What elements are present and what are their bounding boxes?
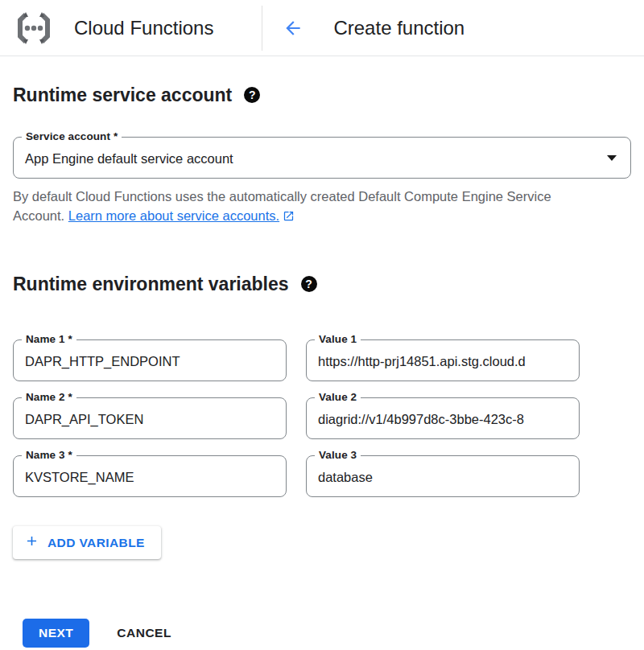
help-icon[interactable]: ? — [301, 276, 317, 292]
env-var-2-value-label: Value 2 — [315, 391, 361, 403]
env-var-2-name-field[interactable]: Name 2 * — [13, 397, 287, 439]
env-var-2-value-input[interactable] — [307, 398, 579, 438]
env-var-3-name-field[interactable]: Name 3 * — [13, 455, 287, 497]
env-var-1-value-field[interactable]: Value 1 — [306, 339, 580, 381]
add-variable-label: ADD VARIABLE — [47, 536, 145, 550]
add-variable-button[interactable]: ADD VARIABLE — [13, 526, 161, 559]
env-var-2-name-label: Name 2 * — [22, 391, 76, 403]
env-vars-grid: Name 1 * Value 1 Name 2 * Value 2 Name 3… — [13, 339, 631, 497]
page-title: Create function — [333, 17, 464, 39]
external-link-icon — [283, 208, 295, 227]
app-header: Cloud Functions Create function — [0, 0, 644, 56]
env-var-1-value-input[interactable] — [307, 340, 579, 381]
service-account-value: App Engine default service account — [25, 150, 233, 167]
runtime-service-account-heading-text: Runtime service account — [13, 84, 232, 106]
env-var-2-value-field[interactable]: Value 2 — [306, 397, 580, 439]
env-var-1-name-field[interactable]: Name 1 * — [13, 339, 287, 381]
runtime-env-vars-heading: Runtime environment variables ? — [13, 273, 631, 295]
help-icon[interactable]: ? — [244, 87, 260, 103]
learn-more-link[interactable]: Learn more about service accounts. — [68, 208, 279, 223]
service-account-label: Service account * — [22, 130, 122, 142]
service-account-helper-text: By default Cloud Functions uses the auto… — [13, 187, 568, 227]
service-account-select[interactable]: Service account * App Engine default ser… — [13, 137, 631, 179]
runtime-service-account-heading: Runtime service account ? — [13, 84, 631, 106]
cancel-button[interactable]: CANCEL — [114, 619, 175, 648]
runtime-env-vars-heading-text: Runtime environment variables — [13, 273, 289, 295]
header-divider — [262, 6, 262, 51]
env-var-3-value-label: Value 3 — [315, 449, 361, 461]
env-var-3-value-field[interactable]: Value 3 — [306, 455, 580, 497]
env-var-1-value-label: Value 1 — [315, 333, 361, 345]
next-button[interactable]: NEXT — [23, 619, 89, 648]
product-name: Cloud Functions — [74, 17, 213, 39]
env-var-3-name-label: Name 3 * — [22, 449, 76, 461]
main-content: Runtime service account ? Service accoun… — [0, 84, 644, 648]
env-var-1-name-label: Name 1 * — [22, 333, 76, 345]
chevron-down-icon — [607, 155, 617, 161]
env-var-3-value-input[interactable] — [307, 456, 579, 496]
back-arrow-icon[interactable] — [282, 17, 304, 39]
env-var-2-name-input[interactable] — [14, 398, 286, 438]
form-footer: NEXT CANCEL — [13, 619, 631, 648]
env-var-3-name-input[interactable] — [14, 456, 286, 496]
cloud-functions-logo-icon — [14, 10, 53, 46]
plus-icon — [24, 533, 39, 552]
env-var-1-name-input[interactable] — [14, 340, 286, 381]
